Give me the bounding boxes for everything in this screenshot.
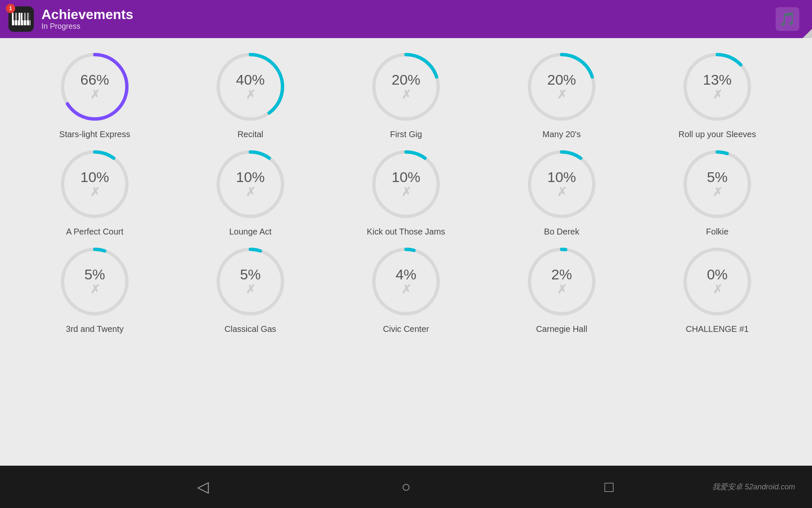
circle-inner-recital: 40% ✗ [214, 51, 286, 123]
percent-text-lounge-act: 10% [236, 170, 265, 184]
achievement-name-classical-gas: Classical Gas [225, 323, 276, 334]
achievement-item-3rd-twenty[interactable]: 5% ✗ 3rd and Twenty [25, 246, 164, 334]
circle-roll-up: 13% ✗ [681, 51, 753, 123]
achievement-item-carnegie-hall[interactable]: 2% ✗ Carnegie Hall [492, 246, 631, 334]
percent-text-civic-center: 4% [395, 267, 416, 282]
percent-text-perfect-court: 10% [80, 170, 109, 184]
achievement-item-recital[interactable]: 40% ✗ Recital [181, 51, 320, 140]
achievement-item-classical-gas[interactable]: 5% ✗ Classical Gas [181, 246, 320, 334]
circle-bo-derek: 10% ✗ [526, 148, 598, 220]
percent-text-roll-up: 13% [703, 72, 732, 87]
achievements-grid: 66% ✗ Stars-light Express 40% ✗ Recital [25, 51, 787, 334]
x-mark-kick-out: ✗ [401, 185, 411, 199]
x-mark-stars-light: ✗ [90, 88, 100, 102]
achievement-name-recital: Recital [237, 129, 263, 140]
achievement-item-civic-center[interactable]: 4% ✗ Civic Center [337, 246, 475, 334]
music-icon-button[interactable]: 🎵 [776, 7, 799, 31]
achievement-name-kick-out: Kick out Those Jams [367, 226, 445, 237]
x-mark-bo-derek: ✗ [557, 185, 567, 199]
triangle-indicator [803, 29, 812, 38]
achievement-item-perfect-court[interactable]: 10% ✗ A Perfect Court [25, 148, 164, 237]
circle-classical-gas: 5% ✗ [214, 246, 286, 318]
percent-text-bo-derek: 10% [547, 170, 576, 184]
achievement-name-roll-up: Roll up your Sleeves [678, 129, 756, 140]
circle-challenge-1: 0% ✗ [681, 246, 753, 318]
achievement-name-bo-derek: Bo Derek [544, 226, 579, 237]
circle-lounge-act: 10% ✗ [214, 148, 286, 220]
recent-icon: □ [604, 478, 614, 496]
percent-text-folkie: 5% [707, 170, 727, 184]
circle-inner-3rd-twenty: 5% ✗ [59, 246, 131, 318]
circle-inner-perfect-court: 10% ✗ [59, 148, 131, 220]
achievement-item-folkie[interactable]: 5% ✗ Folkie [648, 148, 787, 237]
achievement-name-lounge-act: Lounge Act [229, 226, 272, 237]
music-note-icon: 🎵 [779, 11, 796, 27]
achievement-item-challenge-1[interactable]: 0% ✗ CHALLENGE #1 [648, 246, 787, 334]
x-mark-3rd-twenty: ✗ [90, 282, 100, 296]
bottom-navigation: ◁ ○ □ [102, 478, 710, 496]
circle-3rd-twenty: 5% ✗ [59, 246, 131, 318]
achievement-item-kick-out[interactable]: 10% ✗ Kick out Those Jams [337, 148, 475, 237]
x-mark-challenge-1: ✗ [713, 282, 722, 296]
circle-kick-out: 10% ✗ [370, 148, 442, 220]
percent-text-carnegie-hall: 2% [551, 267, 572, 282]
achievement-name-perfect-court: A Perfect Court [66, 226, 123, 237]
circle-stars-light: 66% ✗ [59, 51, 131, 123]
achievement-item-stars-light[interactable]: 66% ✗ Stars-light Express [25, 51, 164, 140]
x-mark-many-20s: ✗ [557, 88, 567, 102]
circle-folkie: 5% ✗ [681, 148, 753, 220]
back-icon: ◁ [197, 478, 209, 496]
circle-civic-center: 4% ✗ [370, 246, 442, 318]
circle-inner-many-20s: 20% ✗ [526, 51, 598, 123]
home-icon: ○ [401, 478, 411, 496]
achievement-item-lounge-act[interactable]: 10% ✗ Lounge Act [181, 148, 320, 237]
svg-rect-11 [28, 13, 30, 20]
circle-inner-lounge-act: 10% ✗ [214, 148, 286, 220]
svg-rect-10 [25, 13, 27, 20]
achievement-item-many-20s[interactable]: 20% ✗ Many 20's [492, 51, 631, 140]
app-icon: 1 [8, 6, 34, 32]
percent-text-recital: 40% [236, 72, 265, 87]
circle-carnegie-hall: 2% ✗ [526, 246, 598, 318]
circle-inner-carnegie-hall: 2% ✗ [526, 246, 598, 318]
x-mark-first-gig: ✗ [401, 88, 411, 102]
circle-inner-challenge-1: 0% ✗ [681, 246, 753, 318]
home-button[interactable]: ○ [304, 478, 508, 496]
achievement-name-many-20s: Many 20's [543, 129, 581, 140]
page-title: Achievements [41, 7, 133, 22]
percent-text-classical-gas: 5% [240, 267, 261, 282]
recent-button[interactable]: □ [508, 478, 710, 496]
circle-first-gig: 20% ✗ [370, 51, 442, 123]
x-mark-civic-center: ✗ [401, 282, 411, 296]
svg-rect-7 [14, 13, 16, 20]
circle-inner-first-gig: 20% ✗ [370, 51, 442, 123]
app-header: 1 Achievements In Progress 🎵 [0, 0, 812, 38]
achievement-name-folkie: Folkie [706, 226, 728, 237]
x-mark-roll-up: ✗ [713, 88, 722, 102]
achievement-name-stars-light: Stars-light Express [59, 129, 130, 140]
circle-recital: 40% ✗ [214, 51, 286, 123]
achievement-item-roll-up[interactable]: 13% ✗ Roll up your Sleeves [648, 51, 787, 140]
achievement-name-civic-center: Civic Center [383, 323, 429, 334]
x-mark-carnegie-hall: ✗ [557, 282, 567, 296]
achievement-item-bo-derek[interactable]: 10% ✗ Bo Derek [492, 148, 631, 237]
achievement-item-first-gig[interactable]: 20% ✗ First Gig [337, 51, 475, 140]
watermark-container: 我爱安卓 52android.com [710, 482, 795, 492]
percent-text-many-20s: 20% [547, 72, 576, 87]
percent-text-kick-out: 10% [392, 170, 420, 184]
notification-badge: 1 [6, 4, 15, 13]
svg-rect-8 [16, 13, 19, 20]
back-button[interactable]: ◁ [102, 478, 304, 496]
x-mark-recital: ✗ [246, 88, 255, 102]
x-mark-folkie: ✗ [713, 185, 722, 199]
circle-inner-classical-gas: 5% ✗ [214, 246, 286, 318]
x-mark-classical-gas: ✗ [246, 282, 255, 296]
achievement-name-3rd-twenty: 3rd and Twenty [66, 323, 123, 334]
header-text: Achievements In Progress [41, 7, 133, 31]
watermark-text: 我爱安卓 52android.com [712, 483, 795, 491]
circle-inner-bo-derek: 10% ✗ [526, 148, 598, 220]
percent-text-stars-light: 66% [80, 72, 109, 87]
circle-perfect-court: 10% ✗ [59, 148, 131, 220]
x-mark-lounge-act: ✗ [246, 185, 255, 199]
circle-many-20s: 20% ✗ [526, 51, 598, 123]
